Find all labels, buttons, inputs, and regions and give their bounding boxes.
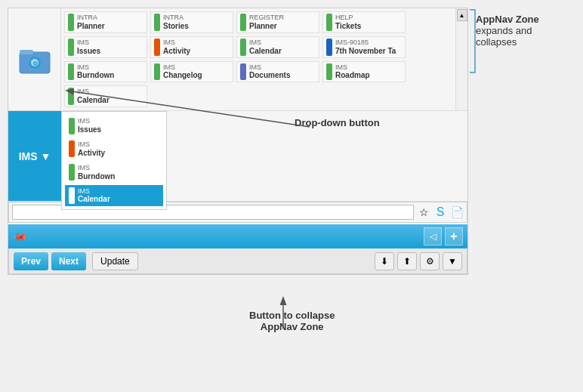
tile-app-label: HELP bbox=[335, 14, 361, 22]
tile-text: REGISTERPlanner bbox=[249, 14, 284, 31]
main-panel: ⚙ INTRAPlannerIMSIssuesIMSBurndownIMSCal… bbox=[8, 8, 468, 275]
ims-dropdown-button[interactable]: IMS ▼ bbox=[8, 111, 61, 201]
tile-app-label: IMS bbox=[77, 39, 100, 47]
dropdown-arrow-icon: ▼ bbox=[41, 150, 51, 162]
tile-text: IMSActivity bbox=[78, 140, 105, 158]
download-in-button[interactable]: ⬇ bbox=[375, 252, 394, 270]
ims-label: IMS bbox=[19, 150, 38, 162]
tile-color-indicator bbox=[326, 63, 332, 81]
tile-app-label: INTRA bbox=[163, 14, 189, 22]
nav-tile[interactable]: IMS-901857th November Ta bbox=[322, 36, 406, 58]
action-toolbar: Prev Next Update ⬇ ⬆ ⚙ ▼ bbox=[8, 248, 467, 274]
collapse-icon: ▼ bbox=[448, 256, 457, 267]
collapse-annotation: Button to collapse AppNav Zone bbox=[249, 310, 335, 332]
tile-name-label: Burndown bbox=[78, 172, 115, 181]
pin-icon[interactable]: 📌 bbox=[11, 228, 28, 245]
tile-color-indicator bbox=[69, 164, 75, 181]
settings-icon: ⚙ bbox=[426, 256, 434, 267]
tile-app-label: REGISTER bbox=[249, 14, 284, 22]
share-button[interactable]: ◁ bbox=[424, 227, 442, 245]
tile-text: IMS-901857th November Ta bbox=[335, 39, 396, 56]
ims-dropdown-item[interactable]: IMSBurndown bbox=[65, 162, 163, 184]
plus-icon: + bbox=[450, 230, 457, 243]
ims-dropdown-panel: IMSIssuesIMSActivityIMSBurndownIMSCalend… bbox=[61, 111, 167, 210]
skype-icon[interactable]: S bbox=[433, 205, 447, 219]
tile-color-indicator bbox=[69, 140, 75, 157]
nav-scrollbar: ▲ bbox=[455, 8, 467, 110]
tile-name-label: Issues bbox=[78, 125, 101, 134]
collapse-appnav-button[interactable]: ▼ bbox=[443, 252, 462, 270]
prev-button[interactable]: Prev bbox=[14, 252, 48, 270]
tile-app-label: INTRA bbox=[77, 14, 105, 22]
next-button[interactable]: Next bbox=[51, 252, 86, 270]
tile-text: INTRAPlanner bbox=[77, 14, 105, 31]
tile-app-label: IMS bbox=[78, 187, 110, 196]
tile-app-label: IMS bbox=[78, 140, 105, 149]
nav-column-3: HELPTicketsIMS-901857th November TaIMSRo… bbox=[322, 11, 406, 107]
tile-color-indicator bbox=[326, 39, 332, 56]
tile-color-indicator bbox=[69, 118, 75, 134]
tile-app-label: IMS bbox=[163, 39, 190, 47]
ims-dropdown-item[interactable]: IMSCalendar bbox=[65, 185, 163, 207]
tile-name-label: Activity bbox=[78, 149, 105, 158]
download-in-icon: ⬇ bbox=[381, 256, 388, 267]
scroll-up-button[interactable]: ▲ bbox=[457, 9, 467, 21]
tile-app-label: IMS bbox=[78, 164, 115, 172]
nav-tile[interactable]: IMSRoadmap bbox=[322, 61, 406, 83]
logo-area: ⚙ bbox=[8, 8, 61, 110]
tile-app-label: IMS bbox=[335, 63, 370, 72]
tile-name-label: Tickets bbox=[335, 22, 361, 31]
tile-text: IMSIssues bbox=[78, 117, 101, 134]
svg-text:⚙: ⚙ bbox=[32, 60, 38, 67]
ims-dropdown-item[interactable]: IMSActivity bbox=[65, 138, 163, 160]
tile-app-label: IMS-90185 bbox=[335, 39, 396, 47]
tile-name-label: 7th November Ta bbox=[335, 47, 396, 56]
blue-toolbar: 📌 ◁ + bbox=[8, 224, 467, 248]
file-icon[interactable]: 📄 bbox=[450, 205, 464, 219]
nav-tile[interactable]: HELPTickets bbox=[322, 11, 406, 33]
nav-tile[interactable]: REGISTERPlanner bbox=[236, 11, 319, 33]
star-icon[interactable]: ☆ bbox=[417, 205, 430, 219]
tile-text: IMSBurndown bbox=[78, 164, 115, 181]
tile-text: IMSRoadmap bbox=[335, 63, 370, 81]
upload-button[interactable]: ⬆ bbox=[397, 252, 417, 270]
tile-name-label: Planner bbox=[249, 22, 284, 31]
nav-tile[interactable]: INTRAStories bbox=[150, 11, 233, 33]
tile-name-label: Stories bbox=[163, 22, 189, 31]
tile-color-indicator bbox=[154, 14, 160, 31]
tile-color-indicator bbox=[326, 14, 332, 31]
tile-color-indicator bbox=[240, 14, 246, 31]
svg-rect-1 bbox=[20, 50, 33, 54]
tile-name-label: Calendar bbox=[78, 195, 110, 204]
appnav-bracket bbox=[470, 9, 476, 73]
tile-name-label: Roadmap bbox=[335, 71, 370, 80]
upload-icon: ⬆ bbox=[403, 256, 411, 267]
collapse-arrow-svg bbox=[279, 295, 287, 332]
tile-name-label: Planner bbox=[77, 22, 105, 31]
tile-app-label: IMS bbox=[78, 117, 101, 125]
settings-button[interactable]: ⚙ bbox=[420, 252, 440, 270]
tile-text: INTRAStories bbox=[163, 14, 189, 31]
nav-tile[interactable]: INTRAPlanner bbox=[64, 11, 147, 33]
share-icon: ◁ bbox=[430, 231, 436, 242]
tile-app-label: IMS bbox=[249, 39, 282, 47]
tile-color-indicator bbox=[68, 14, 74, 31]
add-button[interactable]: + bbox=[445, 227, 463, 245]
folder-icon: ⚙ bbox=[18, 43, 51, 76]
ims-dropdown-item[interactable]: IMSIssues bbox=[65, 115, 163, 137]
appnav-annotation: AppNav Zone expands and collapses bbox=[476, 14, 539, 48]
tile-color-indicator bbox=[69, 187, 75, 204]
tile-text: IMSCalendar bbox=[78, 187, 110, 205]
update-button[interactable]: Update bbox=[92, 252, 138, 270]
tile-text: HELPTickets bbox=[335, 14, 361, 31]
